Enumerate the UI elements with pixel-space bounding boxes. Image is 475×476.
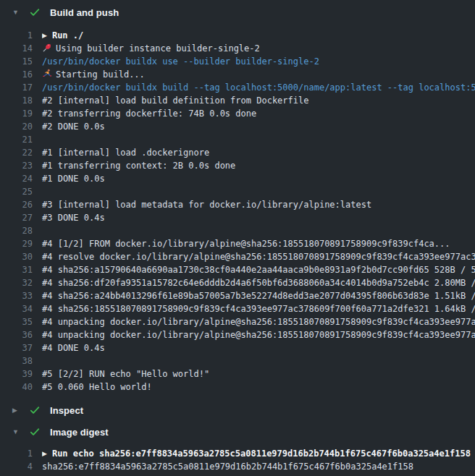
section-log: 1▶Run ./14Using builder instance builder… — [0, 29, 475, 394]
log-line-text: sha256:e7ff8834a5963a2785c5a0811e979d16b… — [42, 460, 475, 473]
log-line-number[interactable]: 27 — [0, 211, 33, 224]
log-line: 23#1 transferring context: 2B 0.0s done — [0, 159, 475, 172]
log-line-text: #1 transferring context: 2B 0.0s done — [42, 159, 475, 172]
log-text-content: #4 unpacking docker.io/library/alpine@sh… — [42, 317, 475, 327]
log-line-text: #4 sha256:df20fa9351a15782c64e6dddb2d4a6… — [42, 276, 475, 289]
log-line-number[interactable]: 26 — [0, 198, 33, 211]
log-line: 15/usr/bin/docker buildx use --builder b… — [0, 55, 475, 68]
log-line-number[interactable]: 32 — [0, 276, 33, 289]
log-line-number[interactable]: 24 — [0, 172, 33, 185]
log-line-number[interactable]: 17 — [0, 81, 33, 94]
log-line-text — [42, 354, 475, 367]
log-line-text: #3 [internal] load metadata for docker.i… — [42, 198, 475, 211]
workflow-log-viewer: ▼Build and push1▶Run ./14Using builder i… — [0, 0, 475, 476]
log-text-content: #2 transferring dockerfile: 74B 0.0s don… — [42, 109, 256, 119]
log-line: 32#4 sha256:df20fa9351a15782c64e6dddb2d4… — [0, 276, 475, 289]
log-line: 22#1 [internal] load .dockerignore — [0, 146, 475, 159]
log-line-text: #2 DONE 0.0s — [42, 120, 475, 133]
log-line: 14Using builder instance builder-single-… — [0, 42, 475, 55]
log-line-number[interactable]: 40 — [0, 381, 33, 394]
log-line-text: #5 0.060 Hello world! — [42, 381, 475, 394]
log-line-number[interactable]: 16 — [0, 68, 33, 81]
log-line-number[interactable]: 39 — [0, 367, 33, 381]
log-line: 19#2 transferring dockerfile: 74B 0.0s d… — [0, 107, 475, 120]
log-text-content: #4 resolve docker.io/library/alpine@sha2… — [42, 252, 475, 262]
log-line-text: #5 [2/2] RUN echo "Hello world!" — [42, 367, 475, 381]
log-text-content: /usr/bin/docker buildx use --builder bui… — [42, 56, 319, 67]
log-text-content: #4 sha256:df20fa9351a15782c64e6dddb2d4a6… — [42, 278, 475, 288]
chevron-down-icon[interactable]: ▼ — [0, 9, 19, 16]
section-title: Inspect — [50, 405, 83, 416]
log-line: 27#3 DONE 0.4s — [0, 211, 475, 224]
log-line: 17/usr/bin/docker buildx build --tag loc… — [0, 81, 475, 94]
log-text-content: #4 sha256:185518070891758909c9f839cf4ca3… — [42, 304, 475, 314]
section-log: 1▶Run echo sha256:e7ff8834a5963a2785c5a0… — [0, 447, 475, 473]
log-line-number[interactable]: 1 — [0, 447, 33, 460]
log-text-content: #2 [internal] load build definition from… — [42, 95, 308, 106]
log-line-text: #1 DONE 0.0s — [42, 172, 475, 185]
log-line: 36#4 unpacking docker.io/library/alpine@… — [0, 328, 475, 341]
log-line-text: #4 unpacking docker.io/library/alpine@sh… — [42, 315, 475, 328]
log-line-number[interactable]: 4 — [0, 460, 33, 473]
log-text-content: #4 [1/2] FROM docker.io/library/alpine@s… — [42, 239, 450, 249]
log-line-number[interactable]: 22 — [0, 146, 33, 159]
log-line: 24#1 DONE 0.0s — [0, 172, 475, 185]
log-line-number[interactable]: 33 — [0, 289, 33, 302]
log-line-number[interactable]: 30 — [0, 250, 33, 263]
log-line-number[interactable]: 18 — [0, 94, 33, 107]
log-line: 38 — [0, 354, 475, 367]
log-line: 21 — [0, 133, 475, 146]
log-line: 18#2 [internal] load build definition fr… — [0, 94, 475, 107]
section-header[interactable]: ▼Build and push — [0, 1, 475, 23]
expand-group-icon[interactable]: ▶ — [42, 447, 47, 460]
log-text-content: #1 transferring context: 2B 0.0s done — [42, 161, 235, 171]
log-line-number[interactable]: 31 — [0, 263, 33, 276]
log-line: 29#4 [1/2] FROM docker.io/library/alpine… — [0, 237, 475, 250]
log-line-number[interactable]: 28 — [0, 224, 33, 237]
log-text-content: /usr/bin/docker buildx build --tag local… — [42, 82, 475, 93]
log-line-text: #4 resolve docker.io/library/alpine@sha2… — [42, 250, 475, 263]
chevron-right-icon[interactable]: ▶ — [0, 407, 19, 414]
log-line-text: #4 DONE 0.4s — [42, 341, 475, 354]
log-line-number[interactable]: 36 — [0, 328, 33, 341]
chevron-down-icon[interactable]: ▼ — [0, 429, 19, 435]
log-line: 33#4 sha256:a24bb4013296f61e89ba57005a7b… — [0, 289, 475, 302]
log-text-content: #5 0.060 Hello world! — [42, 382, 152, 392]
log-line: 39#5 [2/2] RUN echo "Hello world!" — [0, 367, 475, 381]
log-text-content: Starting build... — [56, 69, 145, 80]
section-title: Image digest — [50, 427, 109, 438]
log-line: 37#4 DONE 0.4s — [0, 341, 475, 354]
log-line-number[interactable]: 38 — [0, 354, 33, 367]
section-header[interactable]: ▼Image digest — [0, 421, 475, 443]
expand-group-icon[interactable]: ▶ — [42, 29, 47, 42]
log-line: 40#5 0.060 Hello world! — [0, 381, 475, 394]
log-text-content: #3 [internal] load metadata for docker.i… — [42, 200, 371, 210]
log-line-number[interactable]: 14 — [0, 42, 33, 55]
log-line-number[interactable]: 35 — [0, 315, 33, 328]
section-header[interactable]: ▶Inspect — [0, 399, 475, 421]
log-line-text — [42, 133, 475, 146]
log-line-text: #2 [internal] load build definition from… — [42, 94, 475, 107]
log-line-number[interactable]: 20 — [0, 120, 33, 133]
log-line: 30#4 resolve docker.io/library/alpine@sh… — [0, 250, 475, 263]
log-line-number[interactable]: 19 — [0, 107, 33, 120]
log-line: 16Starting build... — [0, 68, 475, 81]
log-text-content: #4 sha256:a24bb4013296f61e89ba57005a7b3e… — [42, 291, 475, 301]
check-icon — [29, 7, 41, 18]
log-line: 20#2 DONE 0.0s — [0, 120, 475, 133]
log-text-content: sha256:e7ff8834a5963a2785c5a0811e979d16b… — [42, 462, 413, 472]
log-line-number[interactable]: 25 — [0, 185, 33, 198]
log-line: 28 — [0, 224, 475, 237]
log-line-number[interactable]: 23 — [0, 159, 33, 172]
runner-icon — [42, 69, 52, 79]
section-title: Build and push — [50, 7, 119, 18]
log-line-number[interactable]: 34 — [0, 302, 33, 315]
log-line-number[interactable]: 37 — [0, 341, 33, 354]
log-line: 35#4 unpacking docker.io/library/alpine@… — [0, 315, 475, 328]
log-line-number[interactable]: 21 — [0, 133, 33, 146]
log-text-content: #4 sha256:a15790640a6690aa1730c38cf0a440… — [42, 265, 475, 275]
log-line-number[interactable]: 1 — [0, 29, 33, 42]
log-line-number[interactable]: 29 — [0, 237, 33, 250]
log-section-inspect: ▶Inspect — [0, 399, 475, 421]
log-line-number[interactable]: 15 — [0, 55, 33, 68]
